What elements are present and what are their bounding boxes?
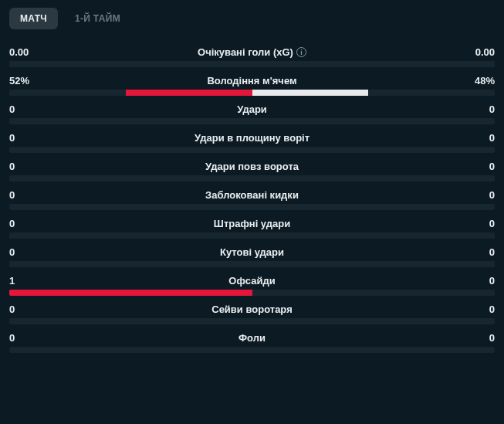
stat-head: 0Фоли0 bbox=[9, 332, 495, 344]
stat-label: Удари в площину воріт bbox=[194, 132, 310, 144]
stat-head: 0Удари0 bbox=[9, 103, 495, 115]
stat-label: Кутові удари bbox=[220, 246, 284, 258]
stat-label-text: Заблоковані кидки bbox=[205, 189, 299, 201]
stat-value-left: 0 bbox=[9, 189, 40, 201]
stat-value-left: 0 bbox=[9, 161, 40, 172]
stat-bar-track bbox=[9, 90, 495, 96]
stat-value-left: 0 bbox=[9, 304, 40, 315]
stat-label: Заблоковані кидки bbox=[205, 189, 299, 201]
stat-value-right: 0 bbox=[464, 246, 495, 258]
stat-value-right: 0 bbox=[464, 103, 495, 115]
stat-value-left: 0 bbox=[9, 332, 40, 344]
stat-label: Штрафні удари bbox=[214, 218, 290, 229]
stat-label-text: Удари bbox=[237, 103, 267, 115]
stat-row: 0Заблоковані кидки0 bbox=[9, 189, 495, 210]
stat-row: 0Удари0 bbox=[9, 103, 495, 124]
stat-head: 0Заблоковані кидки0 bbox=[9, 189, 495, 201]
stat-label-text: Кутові удари bbox=[220, 246, 284, 258]
stat-value-left: 0 bbox=[9, 246, 40, 258]
stat-head: 0Штрафні удари0 bbox=[9, 218, 495, 229]
stat-value-left: 52% bbox=[9, 75, 40, 86]
stat-row: 0Удари в площину воріт0 bbox=[9, 132, 495, 153]
stat-bar-track bbox=[9, 232, 495, 239]
stat-label: Фоли bbox=[238, 332, 266, 344]
tab-match[interactable]: МАТЧ bbox=[9, 8, 58, 29]
stat-head: 0Кутові удари0 bbox=[9, 246, 495, 258]
stat-value-right: 0 bbox=[464, 132, 495, 144]
stat-bar-track bbox=[9, 175, 495, 181]
stat-value-right: 0.00 bbox=[464, 46, 495, 58]
stat-value-right: 0 bbox=[464, 275, 495, 287]
stat-label: Офсайди bbox=[228, 275, 275, 287]
stat-bar-left bbox=[126, 90, 252, 96]
stat-value-left: 0.00 bbox=[9, 46, 40, 58]
stat-bar-track bbox=[9, 204, 495, 210]
stat-label-text: Штрафні удари bbox=[214, 218, 290, 229]
tab-first-half[interactable]: 1-Й ТАЙМ bbox=[64, 8, 131, 29]
stat-bar-track bbox=[9, 61, 495, 67]
stat-bar-right bbox=[252, 90, 369, 96]
stat-row: 0Фоли0 bbox=[9, 332, 495, 353]
stat-head: 0.00Очікувані голи (xG)i0.00 bbox=[9, 46, 495, 58]
stat-bar-track bbox=[9, 261, 495, 267]
stat-row: 0.00Очікувані голи (xG)i0.00 bbox=[9, 46, 495, 67]
stat-value-left: 0 bbox=[9, 103, 40, 115]
stat-label-text: Володіння м'ячем bbox=[207, 75, 296, 86]
stat-label-text: Фоли bbox=[238, 332, 266, 344]
stat-value-right: 0 bbox=[464, 218, 495, 229]
stat-row: 0Кутові удари0 bbox=[9, 246, 495, 267]
stat-value-right: 0 bbox=[464, 304, 495, 315]
stat-value-right: 48% bbox=[464, 75, 495, 86]
stat-head: 52%Володіння м'ячем48% bbox=[9, 75, 495, 86]
stat-label-text: Очікувані голи (xG) bbox=[198, 46, 293, 58]
stat-label-text: Офсайди bbox=[228, 275, 275, 287]
stat-label-text: Удари повз ворота bbox=[205, 161, 299, 172]
stat-bar-track bbox=[9, 147, 495, 153]
stat-bar-left bbox=[9, 290, 252, 296]
stat-head: 1Офсайди0 bbox=[9, 275, 495, 287]
stat-head: 0Удари повз ворота0 bbox=[9, 161, 495, 172]
stat-value-right: 0 bbox=[464, 189, 495, 201]
stat-value-left: 0 bbox=[9, 218, 40, 229]
stat-label-text: Сейви воротаря bbox=[211, 304, 292, 315]
stat-value-right: 0 bbox=[464, 332, 495, 344]
info-icon[interactable]: i bbox=[296, 47, 306, 57]
stat-row: 1Офсайди0 bbox=[9, 275, 495, 296]
stat-value-right: 0 bbox=[464, 161, 495, 172]
stats-list: 0.00Очікувані голи (xG)i0.0052%Володіння… bbox=[9, 46, 495, 353]
stat-value-left: 1 bbox=[9, 275, 40, 287]
stat-label: Володіння м'ячем bbox=[207, 75, 296, 86]
stat-head: 0Удари в площину воріт0 bbox=[9, 132, 495, 144]
stat-row: 0Удари повз ворота0 bbox=[9, 161, 495, 181]
stat-label-text: Удари в площину воріт bbox=[194, 132, 310, 144]
tabs: МАТЧ 1-Й ТАЙМ bbox=[9, 8, 495, 29]
stat-label: Удари повз ворота bbox=[205, 161, 299, 172]
stat-label: Сейви воротаря bbox=[211, 304, 292, 315]
stat-bar-track bbox=[9, 347, 495, 353]
stat-bar-track bbox=[9, 318, 495, 324]
stat-label: Удари bbox=[237, 103, 267, 115]
stat-row: 0Штрафні удари0 bbox=[9, 218, 495, 239]
stat-bar-track bbox=[9, 118, 495, 124]
stat-value-left: 0 bbox=[9, 132, 40, 144]
stat-head: 0Сейви воротаря0 bbox=[9, 304, 495, 315]
stat-row: 0Сейви воротаря0 bbox=[9, 304, 495, 324]
stat-bar-track bbox=[9, 290, 495, 296]
stat-row: 52%Володіння м'ячем48% bbox=[9, 75, 495, 96]
stat-label: Очікувані голи (xG)i bbox=[198, 46, 306, 58]
